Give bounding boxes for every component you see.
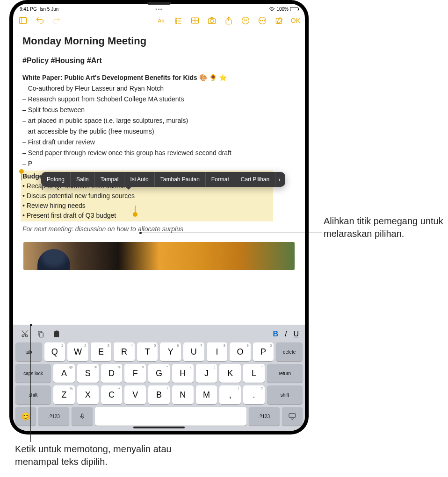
key-n[interactable]: ;N bbox=[172, 385, 194, 404]
svg-point-19 bbox=[264, 20, 265, 21]
note-line[interactable]: – First draft under review bbox=[22, 137, 296, 147]
checklist-icon[interactable] bbox=[173, 15, 183, 26]
markup-icon[interactable] bbox=[240, 15, 251, 26]
key-q[interactable]: 1Q bbox=[44, 342, 65, 361]
share-icon[interactable] bbox=[224, 15, 234, 26]
callout-bottom: Ketik untuk memotong, menyalin atau mena… bbox=[15, 443, 193, 468]
key-a[interactable]: @A bbox=[53, 364, 75, 383]
note-body[interactable]: Monday Morning Meeting #Policy #Housing … bbox=[13, 28, 305, 275]
note-line[interactable]: – Co-authored by Fleur Lasseur and Ryan … bbox=[22, 84, 296, 93]
key-l[interactable]: "L bbox=[243, 364, 265, 383]
selection-line[interactable]: • Present first draft of Q3 budget bbox=[22, 211, 271, 221]
note-line[interactable]: – art accessible by the public (free mus… bbox=[22, 127, 296, 136]
ctx-autofill[interactable]: Isi Auto bbox=[124, 172, 154, 186]
table-icon[interactable] bbox=[190, 15, 200, 26]
key-delete[interactable]: delete bbox=[276, 342, 303, 361]
wifi-icon bbox=[268, 7, 275, 12]
cut-icon[interactable] bbox=[19, 328, 30, 340]
status-bar: 9:41 PG Isn 5 Jun ••• 100% bbox=[13, 4, 305, 13]
key-shift-right[interactable]: shift bbox=[267, 385, 303, 404]
camera-icon[interactable] bbox=[207, 15, 217, 26]
key-v[interactable]: =V bbox=[124, 385, 146, 404]
key-return[interactable]: return bbox=[267, 364, 303, 383]
undo-icon[interactable] bbox=[35, 15, 45, 26]
home-indicator[interactable] bbox=[133, 427, 185, 428]
key-i[interactable]: 8I bbox=[207, 342, 228, 361]
key-f[interactable]: &F bbox=[124, 364, 146, 383]
key-hide-keyboard[interactable] bbox=[282, 407, 303, 426]
bold-button[interactable]: B bbox=[273, 330, 278, 338]
italic-button[interactable]: I bbox=[285, 330, 287, 338]
key-b[interactable]: /B bbox=[148, 385, 170, 404]
ctx-findselection[interactable]: Cari Pilihan bbox=[235, 172, 275, 186]
attached-photo[interactable] bbox=[23, 242, 295, 270]
note-line[interactable]: – Split focus between bbox=[22, 105, 296, 115]
paste-icon[interactable] bbox=[51, 328, 62, 340]
key-s[interactable]: #S bbox=[77, 364, 99, 383]
svg-point-17 bbox=[260, 20, 261, 21]
done-button[interactable]: OK bbox=[291, 17, 300, 24]
ctx-copy[interactable]: Salin bbox=[71, 172, 95, 186]
selection-line[interactable]: • Discus potential new funding sources bbox=[22, 191, 271, 201]
ctx-cut[interactable]: Potong bbox=[41, 172, 71, 186]
ctx-addlink[interactable]: Tambah Pautan bbox=[155, 172, 206, 186]
key-k[interactable]: 'K bbox=[219, 364, 241, 383]
sidebar-toggle-icon[interactable] bbox=[18, 15, 28, 26]
key-g[interactable]: *G bbox=[148, 364, 170, 383]
ctx-format[interactable]: Format bbox=[206, 172, 235, 186]
selection-line[interactable]: • Review hiring needs bbox=[22, 201, 271, 211]
underline-button[interactable]: U bbox=[293, 330, 299, 338]
keyboard-toolbar: B I U bbox=[15, 327, 303, 342]
note-title[interactable]: Monday Morning Meeting bbox=[22, 33, 296, 49]
key-tab[interactable]: tab bbox=[15, 342, 42, 361]
key-numbers-left[interactable]: .?123 bbox=[38, 407, 69, 426]
multitask-dots[interactable]: ••• bbox=[155, 7, 163, 13]
keyboard-row-3: shift %Z -X +C =V /B ;N :M !, ?. shift bbox=[15, 385, 303, 404]
note-line[interactable]: – P bbox=[22, 159, 296, 169]
key-numbers-right[interactable]: .?123 bbox=[249, 407, 280, 426]
selection-handle-end[interactable] bbox=[133, 212, 137, 217]
key-x[interactable]: -X bbox=[77, 385, 99, 404]
key-m[interactable]: :M bbox=[196, 385, 217, 404]
key-comma[interactable]: !, bbox=[219, 385, 241, 404]
key-t[interactable]: 5T bbox=[137, 342, 158, 361]
note-line[interactable]: – Send paper through review once this gr… bbox=[22, 148, 296, 158]
note-line[interactable]: – art placed in public space (i.e. large… bbox=[22, 116, 296, 126]
note-tags[interactable]: #Policy #Housing #Art bbox=[22, 55, 296, 66]
key-h[interactable]: (H bbox=[172, 364, 194, 383]
ctx-more-arrow[interactable]: › bbox=[275, 172, 285, 187]
copy-icon[interactable] bbox=[35, 328, 46, 340]
key-period[interactable]: ?. bbox=[243, 385, 265, 404]
compose-icon[interactable] bbox=[274, 15, 284, 26]
more-icon[interactable] bbox=[257, 15, 267, 26]
svg-point-18 bbox=[262, 20, 263, 21]
section-heading[interactable]: White Paper: Public Art's Development Be… bbox=[22, 73, 296, 83]
note-line[interactable]: – Research support from Schoberl College… bbox=[22, 94, 296, 104]
notes-toolbar: Aa OK bbox=[13, 13, 305, 28]
text-format-icon[interactable]: Aa bbox=[156, 15, 166, 26]
key-u[interactable]: 7U bbox=[183, 342, 204, 361]
key-space[interactable] bbox=[95, 407, 246, 426]
selection-handle-start[interactable] bbox=[19, 169, 24, 174]
key-emoji[interactable]: 😊 bbox=[15, 407, 36, 426]
key-e[interactable]: 3E bbox=[91, 342, 112, 361]
ctx-paste[interactable]: Tampal bbox=[95, 172, 125, 186]
key-o[interactable]: 9O bbox=[230, 342, 251, 361]
key-capslock[interactable]: caps lock bbox=[15, 364, 51, 383]
key-dictation[interactable] bbox=[72, 407, 92, 426]
front-camera bbox=[147, 2, 171, 5]
key-shift-left[interactable]: shift bbox=[15, 385, 51, 404]
key-w[interactable]: 2W bbox=[67, 342, 88, 361]
key-c[interactable]: +C bbox=[101, 385, 123, 404]
svg-point-5 bbox=[175, 20, 176, 21]
key-j[interactable]: )J bbox=[196, 364, 217, 383]
key-p[interactable]: 0P bbox=[253, 342, 274, 361]
key-d[interactable]: $D bbox=[101, 364, 123, 383]
key-y[interactable]: 6Y bbox=[160, 342, 181, 361]
redo-icon[interactable] bbox=[51, 15, 62, 26]
text-context-menu: Potong Salin Tampal Isi Auto Tambah Paut… bbox=[41, 172, 285, 187]
key-z[interactable]: %Z bbox=[53, 385, 75, 404]
callout-right: Alihkan titik pemegang untuk melaraskan … bbox=[324, 215, 445, 240]
svg-rect-26 bbox=[81, 414, 83, 417]
key-r[interactable]: 4R bbox=[114, 342, 135, 361]
